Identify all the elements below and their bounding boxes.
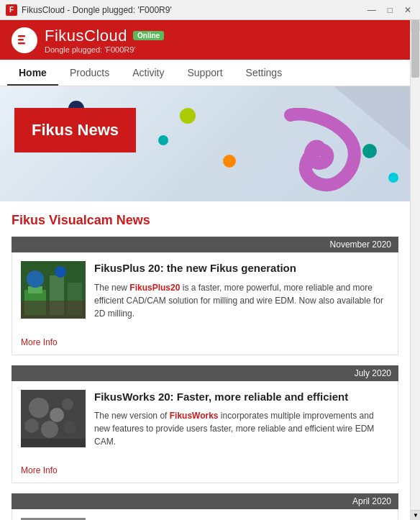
- svg-rect-2: [18, 42, 25, 45]
- svg-rect-11: [21, 301, 86, 319]
- title-bar: F FikusCloud - Dongle plugged: 'F000R9' …: [0, 0, 420, 20]
- news-card-1: FikusPlus 20: the new Fikus generation T…: [12, 252, 398, 355]
- online-status-badge: Online: [133, 31, 164, 40]
- news-desc-2: The new version of FikusWorks incorporat…: [94, 409, 389, 448]
- news-highlight-2: FikusWorks: [170, 411, 219, 421]
- app-icon: F: [6, 4, 17, 16]
- news-card-2: FikusWorks 20: Faster, more reliable and…: [12, 381, 398, 484]
- deco-circle-4: [158, 135, 168, 145]
- svg-rect-0: [18, 35, 25, 37]
- news-more-link-2[interactable]: More Info: [12, 462, 398, 483]
- svg-point-9: [27, 270, 44, 288]
- window-title: FikusCloud - Dongle plugged: 'F000R9': [22, 5, 365, 15]
- nav-activity[interactable]: Activity: [121, 60, 175, 86]
- news-more-link-1[interactable]: More Info: [12, 334, 398, 355]
- news-desc-1: The new FikusPlus20 is a faster, more po…: [94, 281, 389, 320]
- nav-home[interactable]: Home: [7, 60, 58, 86]
- hero-banner: Fikus News: [0, 86, 420, 201]
- news-card-3-partial: [12, 509, 398, 520]
- svg-rect-19: [21, 439, 86, 447]
- app-title-group: FikusCloud Online Dongle plugged: 'F000R…: [45, 27, 164, 54]
- news-title-2: FikusWorks 20: Faster, more reliable and…: [94, 390, 389, 404]
- hero-news-box: Fikus News: [14, 108, 136, 152]
- nav-bar: Home Products Activity Support Settings: [0, 60, 420, 86]
- app-name: FikusCloud: [45, 27, 127, 45]
- news-date-1: November 2020: [12, 237, 398, 252]
- main-content: Fikus Visualcam News November 2020 Fikus…: [0, 201, 410, 520]
- svg-point-14: [50, 408, 64, 422]
- news-highlight-1: FikusPlus20: [129, 283, 180, 293]
- minimize-button[interactable]: —: [365, 5, 379, 15]
- news-body-1: FikusPlus 20: the new Fikus generation T…: [94, 261, 389, 326]
- maximize-button[interactable]: □: [385, 5, 396, 15]
- close-button[interactable]: ✕: [401, 5, 414, 15]
- deco-circle-6: [388, 173, 398, 183]
- news-body-2: FikusWorks 20: Faster, more reliable and…: [94, 390, 389, 455]
- corner-triangle: [334, 86, 420, 158]
- svg-point-10: [55, 266, 66, 278]
- news-thumbnail-2: [21, 390, 86, 447]
- news-thumbnail-1: [21, 261, 86, 319]
- logo-icon: [12, 27, 37, 53]
- nav-support[interactable]: Support: [176, 60, 234, 86]
- svg-point-16: [24, 419, 39, 433]
- svg-point-13: [29, 398, 49, 418]
- news-date-3: April 2020: [12, 493, 398, 509]
- window-controls: — □ ✕: [365, 5, 414, 15]
- section-title: Fikus Visualcam News: [12, 213, 398, 228]
- scroll-thumb[interactable]: [411, 20, 419, 78]
- news-desc-start-2: The new version of: [94, 411, 170, 421]
- app-header: FikusCloud Online Dongle plugged: 'F000R…: [0, 20, 420, 60]
- news-desc-start-1: The new: [94, 283, 129, 293]
- nav-products[interactable]: Products: [58, 60, 121, 86]
- svg-point-18: [63, 421, 76, 434]
- scroll-down-button[interactable]: ▼: [411, 510, 420, 520]
- news-title-1: FikusPlus 20: the new Fikus generation: [94, 261, 389, 275]
- hero-news-text: Fikus News: [32, 121, 119, 139]
- svg-marker-3: [334, 86, 420, 158]
- deco-circle-5: [223, 155, 236, 168]
- news-date-2: July 2020: [12, 365, 398, 381]
- dongle-info: Dongle plugged: 'F000R9': [45, 45, 164, 54]
- svg-point-17: [41, 421, 58, 438]
- deco-circle-3: [180, 108, 196, 124]
- scroll-track[interactable]: ▲ ▼: [410, 20, 420, 520]
- svg-point-15: [62, 398, 73, 410]
- nav-settings[interactable]: Settings: [234, 60, 294, 86]
- svg-rect-1: [18, 39, 24, 41]
